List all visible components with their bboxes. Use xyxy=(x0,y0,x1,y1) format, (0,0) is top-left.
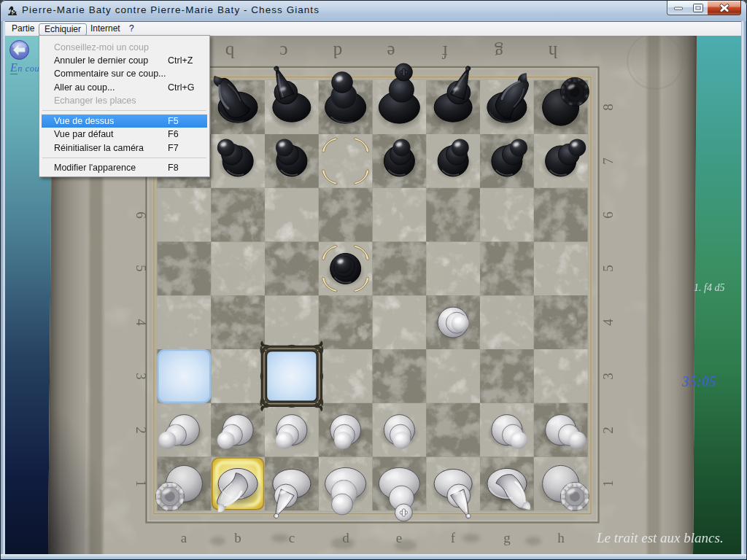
svg-text:4: 4 xyxy=(133,319,149,326)
svg-text:5: 5 xyxy=(133,265,149,272)
svg-text:d: d xyxy=(333,42,342,62)
svg-text:b: b xyxy=(234,530,241,545)
svg-text:e: e xyxy=(387,42,395,62)
svg-text:2: 2 xyxy=(133,427,149,434)
svg-text:4: 4 xyxy=(600,319,616,326)
svg-text:b: b xyxy=(225,42,235,62)
svg-text:f: f xyxy=(451,530,456,545)
svg-text:7: 7 xyxy=(600,158,616,165)
svg-text:a: a xyxy=(181,530,187,545)
svg-text:h: h xyxy=(548,42,557,62)
svg-text:1: 1 xyxy=(133,480,149,487)
svg-text:6: 6 xyxy=(600,211,616,219)
svg-text:Le trait est aux blancs.: Le trait est aux blancs. xyxy=(596,530,724,545)
svg-text:3: 3 xyxy=(600,373,616,380)
svg-text:c: c xyxy=(279,42,287,62)
svg-text:c: c xyxy=(289,530,295,545)
svg-text:5: 5 xyxy=(600,265,616,272)
svg-text:h: h xyxy=(557,530,565,545)
svg-text:g: g xyxy=(503,530,511,545)
svg-text:g: g xyxy=(494,42,503,62)
svg-text:2: 2 xyxy=(600,427,616,434)
svg-text:1. f4 d5: 1. f4 d5 xyxy=(694,282,724,293)
svg-text:6: 6 xyxy=(133,211,149,219)
svg-text:8: 8 xyxy=(600,104,616,111)
svg-text:f: f xyxy=(441,42,448,62)
svg-text:1: 1 xyxy=(600,480,616,487)
svg-text:3: 3 xyxy=(133,373,149,380)
svg-text:35:05: 35:05 xyxy=(681,373,716,389)
